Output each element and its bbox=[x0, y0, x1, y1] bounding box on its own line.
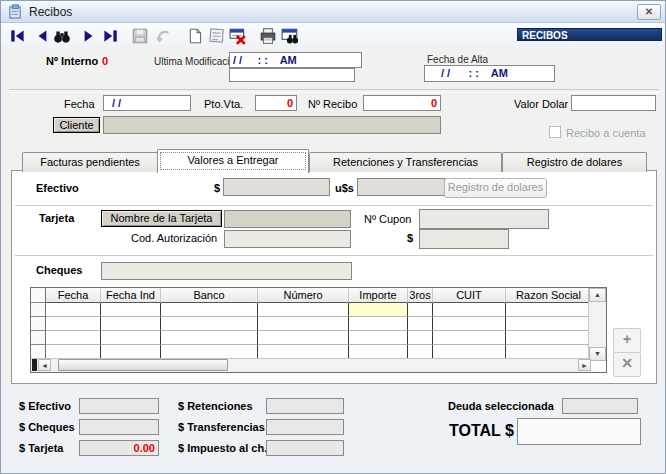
save-icon[interactable] bbox=[131, 27, 149, 45]
pesos-label: $ bbox=[214, 182, 220, 194]
grid-cell[interactable] bbox=[46, 303, 101, 317]
undo-icon[interactable] bbox=[155, 27, 173, 45]
grid-cell[interactable] bbox=[161, 317, 258, 331]
recibo-a-cuenta-checkbox[interactable] bbox=[549, 126, 561, 138]
scroll-left-icon[interactable]: ◄ bbox=[38, 359, 51, 371]
efectivo-pesos-field[interactable] bbox=[223, 178, 330, 196]
scroll-up-icon[interactable]: ▲ bbox=[589, 288, 606, 302]
grid-column-header[interactable]: CUIT bbox=[433, 288, 506, 303]
grid-cell[interactable] bbox=[101, 331, 161, 345]
cliente-button[interactable]: Cliente bbox=[53, 117, 100, 133]
find-binoculars-icon[interactable] bbox=[53, 27, 71, 45]
grid-column-header[interactable]: Fecha Ind bbox=[101, 288, 161, 303]
horizontal-scrollbar[interactable]: ◄ ► bbox=[31, 358, 591, 372]
grid-cell[interactable] bbox=[161, 345, 258, 359]
grid-cell[interactable] bbox=[101, 303, 161, 317]
cheques-field[interactable] bbox=[101, 262, 352, 280]
fecha-alta-label: Fecha de Alta bbox=[427, 54, 488, 65]
pto-vta-field[interactable]: 0 bbox=[255, 95, 297, 111]
grid-row[interactable] bbox=[31, 317, 606, 331]
nro-recibo-field[interactable]: 0 bbox=[363, 95, 441, 111]
grid-cell[interactable] bbox=[408, 317, 433, 331]
close-button[interactable]: ✕ bbox=[637, 4, 661, 20]
grid-cell[interactable] bbox=[46, 317, 101, 331]
grid-column-header[interactable]: Importe bbox=[349, 288, 408, 303]
grid-cell-selected[interactable] bbox=[349, 303, 408, 317]
first-record-icon[interactable] bbox=[9, 27, 27, 45]
fecha-field[interactable]: / / bbox=[103, 95, 191, 111]
grid-cell[interactable] bbox=[506, 303, 591, 317]
grid-cell[interactable] bbox=[161, 331, 258, 345]
nombre-tarjeta-field[interactable] bbox=[224, 210, 351, 228]
grid-cell[interactable] bbox=[101, 317, 161, 331]
tab-valores-a-entregar[interactable]: Valores a Entregar bbox=[157, 149, 309, 173]
grid-column-header[interactable]: 3ros bbox=[408, 288, 433, 303]
grid-cell[interactable] bbox=[433, 331, 506, 345]
grid-cell[interactable] bbox=[258, 345, 349, 359]
grid-row[interactable] bbox=[31, 345, 606, 359]
row-selector[interactable] bbox=[31, 317, 46, 331]
nombre-tarjeta-button[interactable]: Nombre de la Tarjeta bbox=[101, 210, 222, 227]
grid-cell[interactable] bbox=[506, 317, 591, 331]
grid-cell[interactable] bbox=[506, 345, 591, 359]
grid-splitter[interactable] bbox=[32, 359, 37, 371]
importe-tarjeta-field[interactable] bbox=[419, 229, 509, 249]
grid-cell[interactable] bbox=[433, 317, 506, 331]
grid-cell[interactable] bbox=[46, 345, 101, 359]
usuario-modificacion-field[interactable] bbox=[229, 68, 355, 82]
grid-cell[interactable] bbox=[408, 331, 433, 345]
grid-column-header[interactable]: Razon Social bbox=[506, 288, 591, 303]
tab-registro-dolares[interactable]: Registro de dolares bbox=[502, 152, 647, 172]
grid-cell[interactable] bbox=[433, 345, 506, 359]
grid-cell[interactable] bbox=[349, 331, 408, 345]
previous-record-icon[interactable] bbox=[34, 27, 52, 45]
total-cheques-field bbox=[79, 419, 159, 435]
grid-cell[interactable] bbox=[258, 303, 349, 317]
print-icon[interactable] bbox=[259, 27, 277, 45]
ultima-modificacion-field[interactable]: / / : : AM bbox=[229, 52, 362, 68]
grid-cell[interactable] bbox=[258, 331, 349, 345]
scroll-right-icon[interactable]: ► bbox=[578, 359, 591, 371]
scrollbar-thumb[interactable] bbox=[58, 359, 228, 371]
grid-cell[interactable] bbox=[46, 331, 101, 345]
new-record-icon[interactable] bbox=[187, 27, 205, 45]
grid-cell[interactable] bbox=[408, 345, 433, 359]
fecha-alta-field[interactable]: / / : : AM bbox=[424, 65, 555, 82]
grid-cell[interactable] bbox=[506, 331, 591, 345]
nro-cupon-field[interactable] bbox=[419, 209, 549, 229]
grid-cell[interactable] bbox=[258, 317, 349, 331]
row-selector[interactable] bbox=[31, 345, 46, 359]
next-record-icon[interactable] bbox=[79, 27, 97, 45]
row-selector[interactable] bbox=[31, 303, 46, 317]
add-row-button[interactable]: + bbox=[613, 328, 641, 353]
print-search-icon[interactable] bbox=[281, 27, 299, 45]
grid-row[interactable] bbox=[31, 331, 606, 345]
valor-dolar-field[interactable] bbox=[571, 95, 656, 111]
grid-column-header[interactable]: Número bbox=[258, 288, 349, 303]
scroll-down-icon[interactable]: ▼ bbox=[589, 347, 606, 361]
cheques-label: Cheques bbox=[36, 264, 82, 276]
grid-cell[interactable] bbox=[349, 317, 408, 331]
tab-facturas-pendientes[interactable]: Facturas pendientes bbox=[22, 152, 158, 172]
grid-column-header[interactable]: Fecha bbox=[46, 288, 101, 303]
cod-autorizacion-field[interactable] bbox=[224, 230, 351, 248]
tab-retenciones-transferencias[interactable]: Retenciones y Transferencias bbox=[309, 152, 502, 172]
last-record-icon[interactable] bbox=[101, 27, 119, 45]
recibos-badge: RECIBOS bbox=[517, 28, 662, 41]
grid-cell[interactable] bbox=[161, 303, 258, 317]
delete-row-button[interactable]: ✕ bbox=[613, 352, 641, 377]
row-selector[interactable] bbox=[31, 331, 46, 345]
efectivo-usd-field[interactable] bbox=[357, 178, 445, 196]
vertical-scrollbar[interactable]: ▲ ▼ bbox=[588, 288, 606, 361]
deuda-seleccionada-field bbox=[562, 398, 638, 414]
registro-dolares-button[interactable]: Registro de dolares bbox=[444, 178, 547, 198]
grid-cell[interactable] bbox=[101, 345, 161, 359]
delete-record-icon[interactable] bbox=[229, 27, 247, 45]
cliente-field[interactable] bbox=[103, 116, 441, 134]
grid-cell[interactable] bbox=[349, 345, 408, 359]
grid-column-header[interactable]: Banco bbox=[161, 288, 258, 303]
edit-record-icon[interactable] bbox=[207, 27, 225, 45]
grid-cell[interactable] bbox=[408, 303, 433, 317]
grid-row[interactable] bbox=[31, 303, 606, 317]
grid-cell[interactable] bbox=[433, 303, 506, 317]
